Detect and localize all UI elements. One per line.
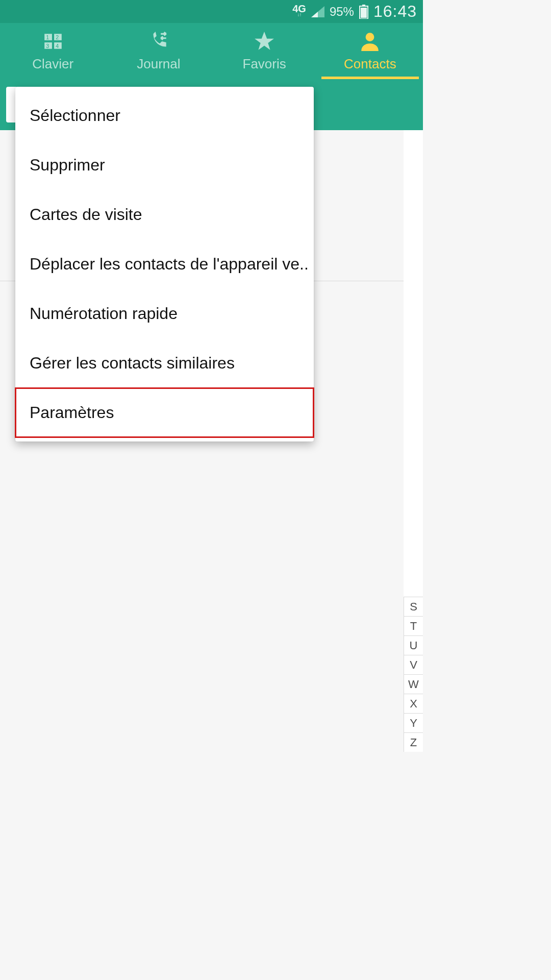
call-log-icon [148, 31, 169, 52]
search-input-edge[interactable] [6, 87, 16, 122]
battery-percent: 95% [330, 5, 354, 19]
keypad-icon: 12 34 [42, 31, 64, 52]
alpha-index-t[interactable]: T [404, 616, 423, 635]
tab-favoris[interactable]: Favoris [212, 23, 317, 79]
tab-journal[interactable]: Journal [106, 23, 211, 79]
menu-item-cartes-de-visite[interactable]: Cartes de visite [15, 190, 314, 239]
alpha-index-x[interactable]: X [404, 694, 423, 713]
alpha-index-z[interactable]: Z [404, 732, 423, 752]
alpha-index-s[interactable]: S [404, 597, 423, 616]
menu-item-supprimer[interactable]: Supprimer [15, 140, 314, 190]
tab-contacts[interactable]: Contacts [317, 23, 423, 79]
tab-label: Favoris [243, 56, 286, 72]
status-clock: 16:43 [373, 2, 417, 21]
svg-text:1: 1 [46, 34, 49, 40]
menu-item-ge-rer-les-contacts-similaires[interactable]: Gérer les contacts similaires [15, 338, 314, 388]
signal-icon [311, 6, 324, 17]
svg-marker-1 [311, 12, 318, 17]
menu-item-de-placer-les-contacts-de-l-appareil-ve[interactable]: Déplacer les contacts de l'appareil ve.. [15, 239, 314, 289]
menu-item-se-lectionner[interactable]: Sélectionner [15, 91, 314, 140]
alpha-index-w[interactable]: W [404, 674, 423, 694]
svg-text:4: 4 [56, 42, 59, 48]
tab-label: Clavier [32, 56, 73, 72]
tab-keypad[interactable]: 12 34 Clavier [0, 23, 106, 79]
alpha-index-v[interactable]: V [404, 655, 423, 674]
tab-bar: 12 34 Clavier Journal Favoris Contacts [0, 23, 423, 79]
svg-marker-13 [255, 32, 274, 50]
person-icon [359, 31, 381, 52]
alpha-index-u[interactable]: U [404, 635, 423, 655]
alpha-index[interactable]: STUVWXYZ [404, 130, 423, 752]
svg-text:2: 2 [56, 34, 59, 40]
menu-item-parame-tres[interactable]: Paramètres [15, 388, 314, 437]
alpha-index-y[interactable]: Y [404, 713, 423, 732]
network-4g-indicator: 4G ↓↑ [292, 4, 306, 17]
svg-text:3: 3 [46, 42, 49, 48]
overflow-menu: SélectionnerSupprimerCartes de visiteDép… [15, 87, 314, 442]
svg-point-14 [366, 33, 374, 41]
tab-label: Journal [137, 56, 180, 72]
star-icon [254, 31, 275, 52]
menu-item-nume-rotation-rapide[interactable]: Numérotation rapide [15, 289, 314, 338]
tab-label: Contacts [344, 56, 396, 72]
battery-icon [359, 5, 368, 19]
svg-rect-4 [361, 8, 367, 18]
status-bar: 4G ↓↑ 95% 16:43 [0, 0, 423, 23]
alpha-index-spacer [404, 130, 423, 597]
